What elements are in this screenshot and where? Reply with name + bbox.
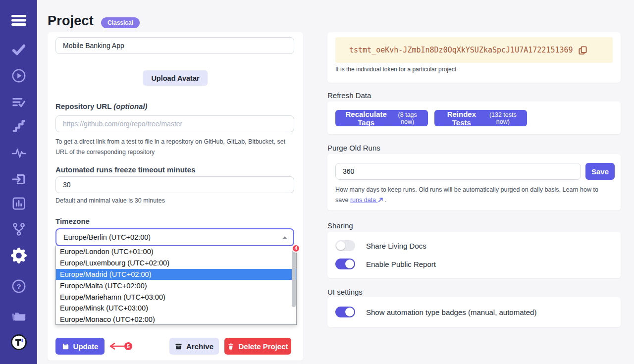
branches-icon[interactable] [10,221,27,238]
freeze-timeout-help: Default and minimal value is 30 minutes [55,196,165,206]
repository-url-help: To get a direct link from a test to file… [55,137,294,157]
timezone-option[interactable]: Europe/London (UTC+01:00) [56,246,296,258]
timezone-option[interactable]: Europe/Minsk (UTC+03:00) [56,303,296,314]
upload-avatar-button[interactable]: Upload Avatar [143,70,208,86]
dropdown-scrollbar[interactable] [292,249,296,307]
logo[interactable] [10,334,27,351]
chevron-up-icon [282,236,287,239]
timezone-option[interactable]: Europe/Malta (UTC+02:00) [56,280,296,291]
token-card: tstmt_oeKvh-JZmbIn8Dz0OqXkYSUZkaSpcJ1U7A… [327,32,621,83]
pulse-icon[interactable] [10,145,27,161]
menu-icon[interactable] [10,12,27,29]
delete-project-button[interactable]: Delete Project [224,338,291,355]
timezone-select[interactable]: Europe/Berlin (UTC+02:00) [55,228,294,246]
save-floppy-icon [62,343,69,350]
project-token: tstmt_oeKvh-JZmbIn8Dz0OqXkYSUZkaSpcJ1U7A… [349,46,573,54]
ui-settings-card: Show automation type badges (manual, aut… [327,297,621,327]
sign-in-icon[interactable] [10,171,27,188]
annotation-badge-4: 4 [292,244,300,253]
help-icon[interactable]: ? [10,278,27,295]
project-name-input[interactable] [55,37,294,54]
trash-icon [227,343,234,350]
toggle-label: Show automation type badges (manual, aut… [366,308,536,316]
recalculate-tags-button[interactable]: Recalculate Tags (8 tags now) [335,110,428,126]
settings-gear-icon[interactable] [10,247,27,264]
token-help-text: It is the individual token for a particu… [335,66,456,73]
annotation-badge-5: 5 [124,342,132,350]
share-living-docs-row: Share Living Docs [335,240,426,252]
automation-badges-toggle[interactable] [335,307,355,317]
repository-url-input[interactable] [55,115,294,132]
runs-play-icon[interactable] [10,67,27,84]
token-box: tstmt_oeKvh-JZmbIn8Dz0OqXkYSUZkaSpcJ1U7A… [335,37,613,63]
sharing-heading: Sharing [327,221,353,230]
project-form-card: Upload Avatar Repository URL (optional) … [48,32,303,361]
save-button[interactable]: Save [585,163,615,180]
timezone-option[interactable]: Europe/Monaco (UTC+02:00) [56,314,296,325]
refresh-data-card: Recalculate Tags (8 tags now) Reindex Te… [327,102,621,134]
external-link-icon [378,196,383,206]
form-actions: Update Archive Delete Project [48,338,303,355]
sharing-card: Share Living Docs Enable Public Report [327,232,621,278]
freeze-timeout-label: Automated runs freeze timeout minutes [55,165,196,174]
copy-icon[interactable] [578,46,587,55]
toggle-label: Share Living Docs [366,242,426,250]
toggle-label: Enable Public Report [366,260,436,268]
classical-badge: Classical [101,17,140,28]
runs-data-link[interactable]: runs data [350,197,383,204]
optional-note: (optional) [113,102,147,110]
freeze-timeout-input[interactable] [55,176,294,193]
steps-icon[interactable] [10,117,27,134]
page-title: Project [48,13,94,29]
ui-settings-heading: UI settings [327,288,363,296]
update-button[interactable]: Update [55,338,105,355]
timezone-dropdown: Europe/London (UTC+01:00) Europe/Luxembo… [55,246,297,325]
timezone-option[interactable]: Europe/Mariehamn (UTC+03:00) [56,291,296,303]
analytics-chart-icon[interactable] [10,195,27,212]
purge-old-runs-heading: Purge Old Runs [327,144,380,152]
reindex-tests-button[interactable]: Reindex Tests (132 tests now) [434,110,527,126]
toggle-knob [336,241,345,250]
tests-check-icon[interactable] [10,42,27,58]
svg-text:?: ? [16,282,21,291]
refresh-data-heading: Refresh Data [327,91,371,100]
archive-button[interactable]: Archive [169,338,219,355]
share-living-docs-toggle[interactable] [335,240,355,251]
enable-public-report-toggle[interactable] [335,259,355,269]
archive-box-icon [175,343,182,350]
sidebar: ? [0,0,37,364]
toggle-knob [345,308,354,316]
timezone-option-highlighted[interactable]: Europe/Madrid (UTC+02:00) [56,269,296,280]
enable-public-report-row: Enable Public Report [335,258,436,270]
purge-days-input[interactable] [335,163,581,180]
tests-count: (132 tests now) [486,111,520,125]
project-settings-page: ? Project Classical Upload Avatar Reposi… [0,0,634,364]
automation-badges-row: Show automation type badges (manual, aut… [335,306,536,318]
timezone-selected-value: Europe/Berlin (UTC+02:00) [63,233,151,241]
purge-old-runs-card: Save How many days to keep runs. Old run… [327,154,621,210]
repository-url-label: Repository URL (optional) [55,102,148,110]
tags-count: (8 tags now) [394,111,421,125]
toggle-knob [345,260,354,268]
timezone-option[interactable]: Europe/Luxembourg (UTC+02:00) [56,258,296,269]
purge-help-text: How many days to keep runs. Old runs wil… [335,185,613,206]
timezone-label: Timezone [55,217,90,225]
plans-list-check-icon[interactable] [10,94,27,111]
projects-folders-icon[interactable] [10,308,27,325]
